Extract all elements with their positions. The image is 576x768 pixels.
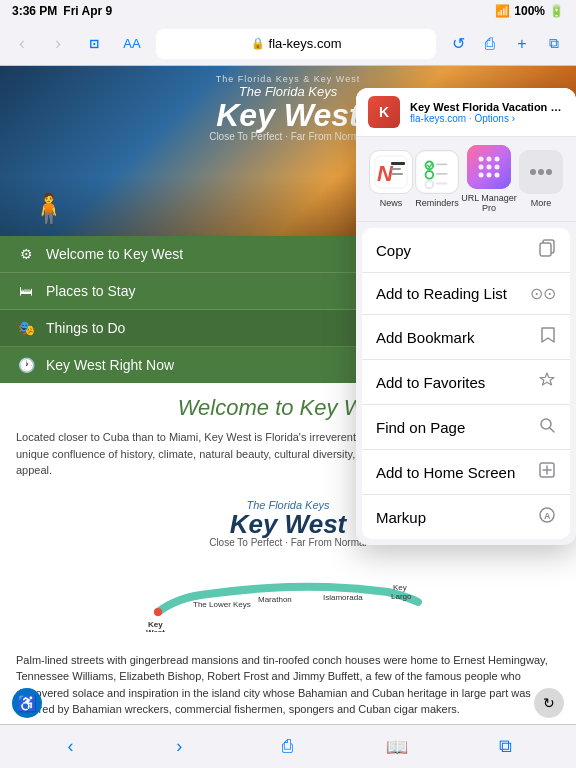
app-icon-more[interactable]: More: [519, 150, 563, 208]
markup-label: Markup: [376, 509, 426, 526]
reading-list-icon: ⊙⊙: [530, 284, 556, 303]
website-content: The Florida Keys & Key West The Florida …: [0, 66, 576, 768]
status-indicators: 📶 100% 🔋: [495, 4, 564, 18]
svg-line-40: [550, 428, 554, 432]
reload-button[interactable]: ↺: [444, 30, 472, 58]
back-button[interactable]: ‹: [8, 30, 36, 58]
new-tab-button[interactable]: +: [508, 30, 536, 58]
wifi-icon: 📶: [495, 4, 510, 18]
svg-point-28: [487, 165, 492, 170]
share-menu: Copy Add to Reading List ⊙⊙ Add Bookmark: [362, 228, 570, 539]
svg-point-26: [495, 157, 500, 162]
svg-rect-12: [391, 168, 401, 170]
welcome-icon: ⚙: [16, 246, 36, 262]
privacy-button[interactable]: ↻: [534, 688, 564, 718]
bottom-bar: ‹ › ⎙ 📖 ⧉: [0, 724, 576, 768]
markup-icon: A: [538, 506, 556, 528]
menu-item-home-screen[interactable]: Add to Home Screen: [362, 450, 570, 495]
svg-point-31: [487, 173, 492, 178]
svg-point-35: [538, 169, 544, 175]
svg-rect-14: [416, 151, 458, 193]
hero-subtitle: The Florida Keys & Key West: [209, 74, 367, 84]
svg-point-29: [495, 165, 500, 170]
status-time: 3:36 PM Fri Apr 9: [12, 4, 112, 18]
body-text: Palm-lined streets with gingerbread mans…: [16, 652, 560, 718]
svg-rect-38: [540, 243, 551, 256]
copy-label: Copy: [376, 242, 411, 259]
bookmark-icon: [540, 326, 556, 348]
menu-item-bookmark[interactable]: Add Bookmark: [362, 315, 570, 360]
privacy-icon: ↻: [543, 695, 555, 711]
reminders-label: Reminders: [415, 198, 459, 208]
svg-point-34: [530, 169, 536, 175]
accessibility-button[interactable]: ♿: [12, 688, 42, 718]
app-icon-reminders[interactable]: Reminders: [415, 150, 459, 208]
svg-rect-11: [391, 162, 405, 165]
svg-point-36: [546, 169, 552, 175]
svg-point-32: [495, 173, 500, 178]
reading-list-label: Add to Reading List: [376, 285, 507, 302]
svg-text:Marathon: Marathon: [258, 595, 292, 604]
app-icons-row: N News: [356, 137, 576, 222]
svg-text:Key: Key: [393, 583, 407, 592]
url-manager-app-icon: [467, 145, 511, 189]
now-icon: 🕐: [16, 357, 36, 373]
bottom-tabs-button[interactable]: ⧉: [490, 731, 522, 763]
svg-text:A: A: [544, 511, 551, 521]
more-app-icon: [519, 150, 563, 194]
forward-button[interactable]: ›: [44, 30, 72, 58]
svg-rect-18: [436, 163, 447, 165]
find-icon: [538, 416, 556, 438]
tab-suggestion[interactable]: K Key West Florida Vacation Planning | M…: [356, 88, 576, 137]
menu-item-copy[interactable]: Copy: [362, 228, 570, 273]
more-label: More: [531, 198, 552, 208]
tabs-button[interactable]: ⧉: [540, 30, 568, 58]
status-bar: 3:36 PM Fri Apr 9 📶 100% 🔋: [0, 0, 576, 22]
lock-icon: 🔒: [251, 37, 265, 50]
url-manager-label: URL ManagerPro: [461, 193, 517, 213]
share-dropdown: K Key West Florida Vacation Planning | M…: [356, 88, 576, 545]
places-icon: 🛏: [16, 283, 36, 299]
menu-item-markup[interactable]: Markup A: [362, 495, 570, 539]
hero-silhouette: 🧍: [30, 191, 67, 226]
svg-point-0: [154, 608, 162, 616]
accessibility-icon: ♿: [17, 694, 37, 713]
svg-point-24: [479, 157, 484, 162]
reader-button[interactable]: ⊡: [80, 30, 108, 58]
url-bar[interactable]: 🔒 fla-keys.com: [156, 29, 436, 59]
bottom-bookmarks-button[interactable]: 📖: [381, 731, 413, 763]
svg-text:West: West: [146, 628, 165, 632]
hero-title-keywest: Key West: [209, 99, 367, 131]
svg-rect-22: [436, 183, 447, 185]
favorites-icon: [538, 371, 556, 393]
reminders-app-icon: [415, 150, 459, 194]
menu-item-reading-list[interactable]: Add to Reading List ⊙⊙: [362, 273, 570, 315]
menu-item-favorites[interactable]: Add to Favorites: [362, 360, 570, 405]
svg-text:Largo: Largo: [391, 592, 412, 601]
home-screen-icon: [538, 461, 556, 483]
browser-actions: ↺ ⎙ + ⧉: [444, 30, 568, 58]
find-label: Find on Page: [376, 419, 465, 436]
svg-rect-13: [391, 173, 403, 175]
bottom-share-button[interactable]: ⎙: [272, 731, 304, 763]
svg-text:The Lower Keys: The Lower Keys: [193, 600, 251, 609]
app-icon-news[interactable]: N News: [369, 150, 413, 208]
menu-item-find[interactable]: Find on Page: [362, 405, 570, 450]
battery-icon: 🔋: [549, 4, 564, 18]
text-size-button[interactable]: AA: [116, 30, 148, 58]
browser-toolbar: ‹ › ⊡ AA 🔒 fla-keys.com ↺ ⎙ + ⧉: [0, 22, 576, 66]
svg-point-27: [479, 165, 484, 170]
svg-text:Islamorada: Islamorada: [323, 593, 363, 602]
bookmark-label: Add Bookmark: [376, 329, 474, 346]
tab-url: fla-keys.com · Options ›: [410, 113, 564, 124]
bottom-forward-button[interactable]: ›: [163, 731, 195, 763]
map-visual: Key West The Lower Keys Marathon Islamor…: [16, 552, 560, 632]
news-app-icon: N: [369, 150, 413, 194]
bottom-back-button[interactable]: ‹: [54, 731, 86, 763]
home-screen-label: Add to Home Screen: [376, 464, 515, 481]
share-button[interactable]: ⎙: [476, 30, 504, 58]
hero-tagline: Close To Perfect · Far From Normal: [209, 131, 367, 142]
things-icon: 🎭: [16, 320, 36, 336]
copy-icon: [538, 239, 556, 261]
app-icon-url-manager[interactable]: URL ManagerPro: [461, 145, 517, 213]
